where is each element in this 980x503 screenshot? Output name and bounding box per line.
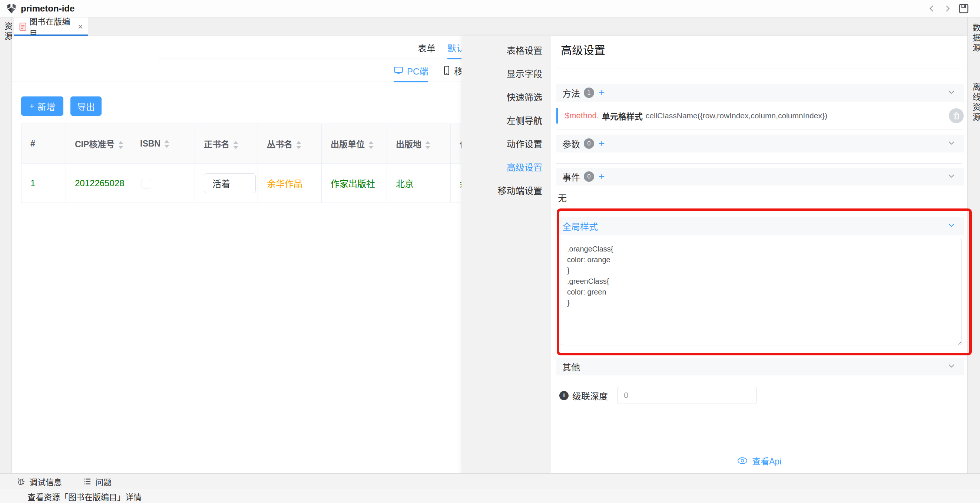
document-tab-active[interactable]: 图书在版编目 × xyxy=(14,18,88,36)
trash-icon xyxy=(953,112,960,120)
method-signature: cellClassName({row,rowIndex,column,colum… xyxy=(646,111,827,120)
column-header-isbn[interactable]: ISBN xyxy=(131,124,195,164)
cell-isbn xyxy=(131,164,195,203)
global-style-code-editor[interactable]: .orangeClass{ color: orange } .greenClas… xyxy=(561,239,962,345)
problems-label: 问题 xyxy=(95,476,111,487)
cascade-depth-row: i 级联深度 xyxy=(559,386,757,404)
bug-icon xyxy=(17,477,25,486)
settings-drawer: 表格设置 显示字段 快速筛选 左侧导航 动作设置 高级设置 移动端设置 高级设置… xyxy=(461,36,967,473)
right-dock-divider xyxy=(968,77,980,77)
sort-caret-icon[interactable] xyxy=(118,141,123,149)
eye-icon xyxy=(737,457,748,465)
add-button-label: 新增 xyxy=(37,100,55,113)
chevron-down-icon[interactable] xyxy=(947,139,956,149)
plus-icon: + xyxy=(29,101,35,111)
nav-item-display-fields[interactable]: 显示字段 xyxy=(461,62,551,86)
add-event-button[interactable]: + xyxy=(598,171,605,182)
add-method-button[interactable]: + xyxy=(598,88,605,98)
section-params-header[interactable]: 参数 0 + xyxy=(556,135,964,152)
section-events-label: 事件 xyxy=(562,170,580,183)
section-global-style-header[interactable]: 全局样式 xyxy=(556,217,964,235)
app-window: primeton-ide 资源 数据源 离线资源 xyxy=(0,0,980,503)
document-icon xyxy=(19,22,26,31)
column-header-series[interactable]: 丛书名 xyxy=(258,124,322,164)
phone-icon xyxy=(443,65,450,75)
sort-caret-icon[interactable] xyxy=(425,141,430,149)
panel-title: 高级设置 xyxy=(561,41,605,57)
column-header-place[interactable]: 出版地 xyxy=(387,124,451,164)
advanced-settings-panel: 高级设置 方法 1 + $method. 单元格样式 cellClassName… xyxy=(551,36,967,473)
nav-item-mobile-settings[interactable]: 移动端设置 xyxy=(461,179,551,203)
chevron-down-icon[interactable] xyxy=(947,88,956,97)
table-header-row: # CIP核准号 ISBN 正书名 丛书名 出版单位 出版地 作者 xyxy=(22,124,514,164)
title-input[interactable] xyxy=(204,173,256,193)
right-dock-datasource-tab[interactable]: 数据源 xyxy=(970,23,980,53)
sort-caret-icon[interactable] xyxy=(164,140,169,148)
tab-pc[interactable]: PC端 xyxy=(394,59,428,82)
status-text: 查看资源「图书在版编目」详情 xyxy=(27,490,142,502)
cell-series: 余华作品 xyxy=(258,164,322,203)
section-method-header[interactable]: 方法 1 + xyxy=(556,84,964,102)
chevron-down-icon[interactable] xyxy=(947,221,956,231)
status-bar: 查看资源「图书在版编目」详情 xyxy=(0,489,980,503)
column-header-cip[interactable]: CIP核准号 xyxy=(66,124,131,164)
add-param-button[interactable]: + xyxy=(598,138,605,149)
cell-cip: 2012265028 xyxy=(66,164,131,203)
debug-info-button[interactable]: 调试信息 xyxy=(17,476,62,487)
method-name: 单元格样式 xyxy=(602,110,643,122)
info-icon: i xyxy=(559,391,569,400)
nav-item-table-settings[interactable]: 表格设置 xyxy=(461,39,551,62)
chevron-down-icon[interactable] xyxy=(947,362,956,371)
section-other-header[interactable]: 其他 xyxy=(556,358,964,375)
forward-chevron-icon[interactable] xyxy=(941,2,954,15)
events-count-badge: 0 xyxy=(584,171,594,182)
settings-nav: 表格设置 显示字段 快速筛选 左侧导航 动作设置 高级设置 移动端设置 xyxy=(461,36,551,473)
document-tab-strip: 图书在版编目 × xyxy=(12,18,967,36)
sort-caret-icon[interactable] xyxy=(368,141,374,149)
params-count-badge: 0 xyxy=(584,138,594,149)
sort-caret-icon[interactable] xyxy=(296,141,301,149)
tab-form[interactable]: 表单 xyxy=(418,36,436,59)
close-icon[interactable]: × xyxy=(78,22,83,31)
right-dock: 数据源 离线资源 xyxy=(967,18,980,473)
divider xyxy=(556,163,962,164)
add-button[interactable]: + 新增 xyxy=(21,96,64,116)
back-chevron-icon[interactable] xyxy=(925,2,939,15)
isbn-checkbox[interactable] xyxy=(142,179,151,188)
section-other-label: 其他 xyxy=(562,360,580,373)
left-dock: 资源 xyxy=(0,18,12,473)
cascade-depth-label: 级联深度 xyxy=(572,389,608,402)
primeton-logo-icon xyxy=(6,3,17,14)
export-button[interactable]: 导出 xyxy=(70,96,102,116)
chevron-down-icon[interactable] xyxy=(947,172,956,181)
right-dock-offline-resources-tab[interactable]: 离线资源 xyxy=(970,83,980,123)
view-api-label: 查看Api xyxy=(752,454,781,467)
cell-row-index: 1 xyxy=(22,164,66,203)
save-icon[interactable] xyxy=(956,1,971,16)
section-events-header[interactable]: 事件 0 + xyxy=(556,168,964,185)
app-title: primeton-ide xyxy=(21,3,75,14)
nav-item-quick-filter[interactable]: 快速筛选 xyxy=(461,86,551,109)
delete-method-button[interactable] xyxy=(949,108,964,123)
column-header-title[interactable]: 正书名 xyxy=(195,124,258,164)
events-empty-text: 无 xyxy=(558,191,567,204)
cascade-depth-input[interactable] xyxy=(617,387,757,404)
nav-item-left-nav[interactable]: 左侧导航 xyxy=(461,109,551,133)
view-api-link[interactable]: 查看Api xyxy=(551,454,967,467)
sort-caret-icon[interactable] xyxy=(233,141,238,149)
method-prefix: $method. xyxy=(565,111,599,121)
method-entry[interactable]: $method. 单元格样式 cellClassName({row,rowInd… xyxy=(556,107,964,125)
cell-title xyxy=(195,164,258,203)
tab-pc-underline xyxy=(394,81,428,82)
export-button-label: 导出 xyxy=(77,100,95,113)
column-header-publisher[interactable]: 出版单位 xyxy=(322,124,387,164)
method-count-badge: 1 xyxy=(584,88,594,98)
nav-item-advanced-settings[interactable]: 高级设置 xyxy=(461,156,551,179)
section-params-label: 参数 xyxy=(562,137,580,150)
section-method-label: 方法 xyxy=(562,86,580,99)
problems-button[interactable]: 问题 xyxy=(83,476,111,487)
method-entry-accent-bar xyxy=(556,108,558,123)
nav-item-action-settings[interactable]: 动作设置 xyxy=(461,133,551,156)
list-icon xyxy=(83,477,92,486)
divider xyxy=(556,69,962,69)
